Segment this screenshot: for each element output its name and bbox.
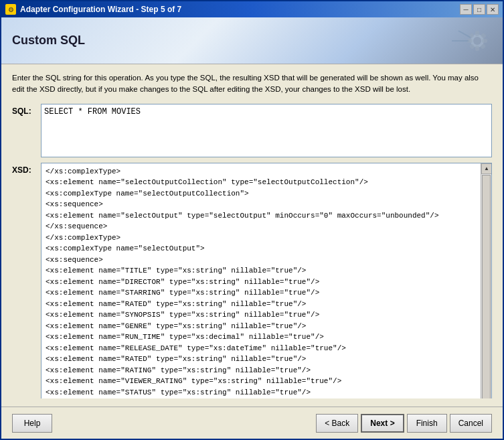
xsd-main-area: </xs:complexType> <xs:element name="sele… [41,163,491,399]
xsd-line: <xs:element name="SYNOPSIS" type="xs:str… [46,309,477,321]
xsd-line: <xs:element name="RATED" type="xs:string… [46,354,477,365]
xsd-line: <xs:element name="GENRE" type="xs:string… [46,321,477,332]
form-section: SQL: SELECT * FROM MOVIES XSD: </xs:comp… [12,104,492,399]
content-area: Enter the SQL string for this operation.… [1,64,503,407]
minimize-button[interactable]: ─ [460,4,472,15]
xsd-vertical-scrollbar[interactable]: ▲ ▼ [481,163,491,399]
bottom-bar: Help < Back Next > Finish Cancel [1,407,503,439]
xsd-line: <xs:element name="STARRING" type="xs:str… [46,287,477,299]
xsd-line: <xs:sequence> [46,254,477,266]
main-window: ⚙ Adapter Configuration Wizard - Step 5 … [0,0,504,440]
xsd-line: <xs:element name="RATING" type="xs:strin… [46,365,477,376]
xsd-line: <xs:element name="TITLE" type="xs:string… [46,265,477,277]
window-icon: ⚙ [5,4,16,15]
gear-icon [452,24,492,58]
xsd-line: </xs:complexType> [46,232,477,244]
xsd-content: </xs:complexType> <xs:element name="sele… [46,166,477,399]
sql-label: SQL: [12,104,35,116]
help-button[interactable]: Help [12,414,52,433]
title-bar: ⚙ Adapter Configuration Wizard - Step 5 … [1,1,503,17]
finish-button[interactable]: Finish [407,414,447,433]
svg-line-11 [458,31,471,38]
xsd-line: <xs:element name="selectOutputCollection… [46,177,477,188]
xsd-section: XSD: </xs:complexType> <xs:element name=… [12,163,492,399]
xsd-container: </xs:complexType> <xs:element name="sele… [41,163,492,399]
xsd-line: <xs:element name="DIRECTOR" type="xs:str… [46,277,477,288]
header-title: Custom SQL [12,33,85,48]
close-button[interactable]: ✕ [487,4,499,15]
sql-input[interactable]: SELECT * FROM MOVIES [41,104,492,157]
xsd-line: <xs:element name="selectOutput" type="se… [46,210,477,222]
xsd-line: <xs:element name="VIEWER_RATING" type="x… [46,376,477,387]
svg-rect-2 [475,31,479,36]
title-bar-left: ⚙ Adapter Configuration Wizard - Step 5 … [5,4,181,15]
svg-rect-3 [475,46,479,51]
svg-rect-5 [482,39,487,43]
scroll-thumb-vertical[interactable] [482,175,491,399]
xsd-line: </xs:sequence> [46,221,477,232]
xsd-line: <xs:complexType name="selectOutputCollec… [46,188,477,200]
xsd-label: XSD: [12,163,35,175]
xsd-line: <xs:sequence> [46,199,477,210]
xsd-line: <xs:element name="RUN_TIME" type="xs:dec… [46,332,477,343]
help-section: Help [12,414,52,433]
xsd-line: </xs:complexType> [46,166,477,177]
xsd-line: <xs:element name="STATUS" type="xs:strin… [46,387,477,398]
header-panel: Custom SQL [1,17,503,64]
xsd-line: <xs:element name="RATED" type="xs:string… [46,299,477,310]
sql-row: SQL: SELECT * FROM MOVIES [12,104,492,157]
header-icon [452,24,492,58]
scroll-up-button[interactable]: ▲ [481,163,491,174]
maximize-button[interactable]: □ [473,4,485,15]
nav-buttons: < Back Next > Finish Cancel [316,414,492,433]
back-button[interactable]: < Back [316,414,358,433]
description-text: Enter the SQL string for this operation.… [12,72,492,96]
title-bar-controls: ─ □ ✕ [460,4,499,15]
next-button[interactable]: Next > [361,414,404,433]
xsd-line: <xs:element name="RELEASE_DATE" type="xs… [46,343,477,354]
xsd-line: <xs:complexType name="selectOutput"> [46,243,477,254]
xsd-text-area[interactable]: </xs:complexType> <xs:element name="sele… [41,163,481,399]
svg-point-1 [473,37,481,45]
window-title: Adapter Configuration Wizard - Step 5 of… [20,5,181,14]
cancel-button[interactable]: Cancel [450,414,492,433]
xsd-line: <xs:element name="TOTAL_GROSS" type="xs:… [46,398,477,398]
